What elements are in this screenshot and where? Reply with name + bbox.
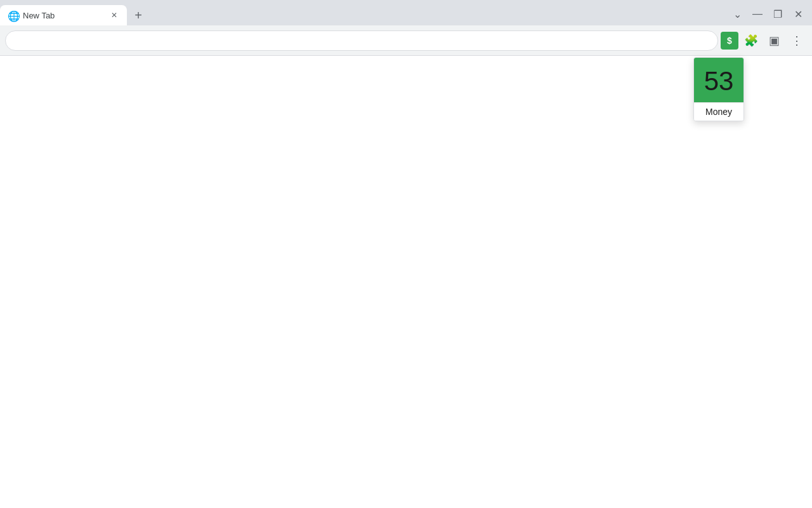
extension-popup: 53 Money xyxy=(693,57,744,121)
close-button[interactable]: ✕ xyxy=(789,5,807,23)
maximize-button[interactable]: ❐ xyxy=(769,5,787,23)
new-tab-icon: + xyxy=(134,8,142,23)
minimize-icon: — xyxy=(752,8,763,20)
tab-title: New Tab xyxy=(23,11,104,20)
popup-number: 53 xyxy=(699,68,738,95)
tab-close-button[interactable]: ✕ xyxy=(109,10,119,20)
money-extension-icon[interactable]: $ xyxy=(721,32,738,50)
tab-favicon-icon: 🌐 xyxy=(8,10,18,20)
dropdown-button[interactable]: ⌄ xyxy=(728,5,746,23)
extensions-button[interactable]: 🧩 xyxy=(741,30,761,51)
popup-label: Money xyxy=(699,107,738,117)
toolbar: $ 🧩 ▣ ⋮ xyxy=(0,25,812,56)
maximize-icon: ❐ xyxy=(773,8,782,20)
window-controls: ⌄ — ❐ ✕ xyxy=(728,5,812,25)
active-tab[interactable]: 🌐 New Tab ✕ xyxy=(0,5,127,25)
tab-bar: 🌐 New Tab ✕ + ⌄ — ❐ ✕ xyxy=(0,0,812,25)
popup-label-area: Money xyxy=(694,102,743,121)
address-bar[interactable] xyxy=(5,30,718,51)
page-content: 53 Money xyxy=(0,56,812,508)
dollar-sign-icon: $ xyxy=(727,36,732,46)
minimize-button[interactable]: — xyxy=(749,5,766,23)
popup-value-area: 53 xyxy=(694,58,743,102)
puzzle-icon: 🧩 xyxy=(744,34,758,48)
more-options-button[interactable]: ⋮ xyxy=(787,30,807,51)
sidebar-icon: ▣ xyxy=(769,34,780,48)
browser-chrome: 🌐 New Tab ✕ + ⌄ — ❐ ✕ xyxy=(0,0,812,56)
dropdown-icon: ⌄ xyxy=(733,8,742,20)
sidebar-button[interactable]: ▣ xyxy=(764,30,784,51)
new-tab-button[interactable]: + xyxy=(129,6,147,24)
more-options-icon: ⋮ xyxy=(791,34,802,48)
close-icon: ✕ xyxy=(794,8,802,20)
